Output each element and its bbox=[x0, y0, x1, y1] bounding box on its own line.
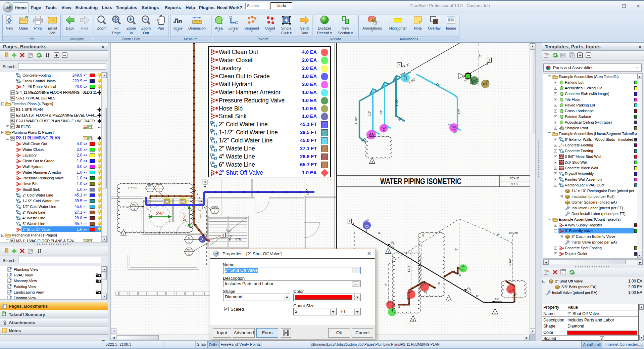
svg-text:3″: 3″ bbox=[496, 232, 501, 236]
svg-text:6: 6 bbox=[222, 234, 224, 237]
svg-text:5'-0": 5'-0" bbox=[182, 213, 187, 221]
svg-text:S: S bbox=[448, 124, 449, 127]
svg-text:2%: 2% bbox=[495, 298, 499, 301]
svg-text:WHA: WHA bbox=[212, 207, 218, 210]
svg-text:L: L bbox=[158, 185, 160, 188]
svg-text:(TYP.2): (TYP.2) bbox=[128, 186, 137, 189]
svg-text:SCALE: SCALE bbox=[510, 177, 519, 180]
svg-text:6″ VTR: 6″ VTR bbox=[509, 231, 518, 235]
svg-text:1: 1 bbox=[188, 240, 190, 243]
svg-text:WATER PIPING ISOMETRIC: WATER PIPING ISOMETRIC bbox=[380, 177, 461, 186]
svg-text:1-1/2″: 1-1/2″ bbox=[354, 116, 358, 124]
svg-text:L: L bbox=[381, 133, 382, 136]
svg-text:(TYP.2): (TYP.2) bbox=[120, 205, 129, 208]
svg-text:3: 3 bbox=[412, 318, 414, 321]
svg-text:1-1/2″: 1-1/2″ bbox=[407, 265, 410, 272]
svg-text:1: 1 bbox=[149, 189, 151, 192]
svg-text:1: 1 bbox=[388, 251, 389, 254]
svg-text:2″: 2″ bbox=[455, 248, 458, 251]
svg-text:N.T.S.: N.T.S. bbox=[510, 182, 518, 186]
svg-text:2″: 2″ bbox=[514, 292, 518, 295]
svg-text:L: L bbox=[392, 127, 393, 130]
svg-text:2%: 2% bbox=[467, 286, 472, 291]
svg-text:1: 1 bbox=[158, 189, 160, 192]
svg-text:6″: 6″ bbox=[377, 231, 382, 235]
svg-text:3: 3 bbox=[123, 232, 125, 235]
svg-text:IWH: IWH bbox=[187, 248, 192, 251]
svg-text:1-1/2″: 1-1/2″ bbox=[508, 258, 511, 266]
svg-text:3″: 3″ bbox=[384, 283, 388, 286]
svg-text:WC: WC bbox=[132, 203, 137, 206]
svg-text:5: 5 bbox=[508, 283, 510, 286]
svg-text:1: 1 bbox=[494, 311, 496, 314]
svg-text:1: 1 bbox=[188, 252, 190, 255]
svg-text:3: 3 bbox=[204, 181, 206, 184]
svg-text:3: 3 bbox=[448, 298, 450, 301]
svg-text:1-1/2″: 1-1/2″ bbox=[395, 98, 398, 106]
svg-text:S: S bbox=[188, 236, 190, 239]
svg-text:4: 4 bbox=[398, 306, 400, 309]
svg-text:5'-0": 5'-0" bbox=[156, 211, 164, 216]
svg-text:1/2″: 1/2″ bbox=[457, 108, 461, 114]
svg-text:1/2″: 1/2″ bbox=[380, 110, 383, 115]
svg-text:2%: 2% bbox=[390, 241, 396, 246]
svg-text:1: 1 bbox=[214, 211, 216, 214]
svg-text:2″: 2″ bbox=[406, 63, 410, 67]
svg-text:3: 3 bbox=[398, 63, 400, 67]
svg-text:3: 3 bbox=[371, 161, 373, 164]
svg-text:1: 1 bbox=[134, 207, 135, 210]
svg-text:4″: 4″ bbox=[437, 281, 441, 286]
svg-text:2″: 2″ bbox=[479, 54, 482, 57]
svg-text:2: 2 bbox=[488, 59, 490, 62]
svg-text:1/2″: 1/2″ bbox=[368, 111, 371, 116]
svg-text:1: 1 bbox=[348, 220, 350, 223]
svg-text:IWH: IWH bbox=[148, 185, 153, 188]
svg-text:2″: 2″ bbox=[406, 297, 410, 300]
svg-text:VTR: VTR bbox=[235, 238, 241, 241]
